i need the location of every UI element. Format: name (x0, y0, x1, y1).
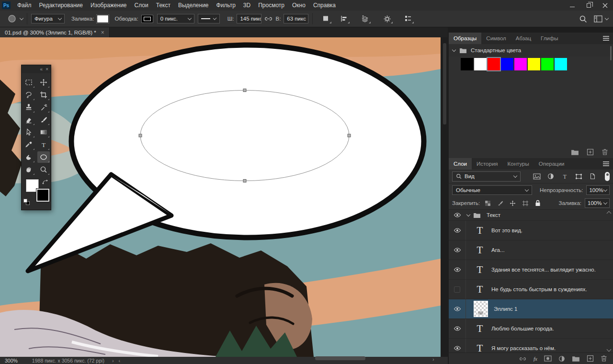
workspace-switcher[interactable] (594, 15, 608, 23)
tab-paragraph[interactable]: Абзац (511, 33, 536, 44)
swatch-red[interactable] (488, 58, 500, 70)
menu-edit[interactable]: Редактирование (35, 0, 87, 11)
layer-row[interactable]: T Я могу рассказать о нём. (449, 339, 613, 353)
tab-actions[interactable]: Операции (534, 158, 569, 170)
lock-artboard[interactable] (521, 199, 530, 207)
menu-layers[interactable]: Слои (131, 0, 152, 11)
tab-history[interactable]: История (472, 158, 503, 170)
anchor-bottom[interactable] (243, 180, 246, 182)
opacity-dropdown[interactable]: 100% (586, 185, 610, 195)
swatch-group-row[interactable]: Стандартные цвета (449, 44, 613, 57)
close-panel-icon[interactable]: × (45, 66, 48, 73)
tab-layers[interactable]: Слои (449, 158, 472, 170)
scroll-down-icon[interactable] (607, 347, 612, 352)
layer-row[interactable]: T Ага... (449, 240, 613, 260)
tool-zoom[interactable] (37, 164, 50, 175)
lock-transparent-pixels[interactable] (483, 199, 492, 207)
adjustment-layer-icon[interactable] (558, 355, 565, 362)
vertical-scroll-thumb[interactable] (443, 43, 446, 125)
visibility-toggle[interactable] (449, 339, 466, 353)
layer-row[interactable]: T Не будь столь быстрым в суждениях. (449, 280, 613, 299)
anchor-left[interactable] (139, 134, 142, 137)
swatch-blue[interactable] (501, 58, 513, 70)
restore-button[interactable] (580, 0, 597, 11)
collapse-panel-icon[interactable]: « (40, 66, 43, 73)
document-tab[interactable]: 01.psd @ 300% (Эллипс 1, RGB/8) * × (0, 27, 110, 37)
fill-color-swatch[interactable] (97, 15, 109, 23)
layer-group-row[interactable]: Текст (449, 210, 613, 221)
layer-row[interactable]: T Люблю большие города. (449, 319, 613, 339)
filter-type-layers[interactable]: T (559, 171, 570, 181)
stroke-color-swatch[interactable] (141, 15, 153, 23)
tool-direct-selection[interactable] (23, 126, 35, 138)
path-operations-button[interactable] (319, 13, 332, 24)
menu-file[interactable]: Файл (13, 0, 35, 11)
filter-smart-objects[interactable] (587, 171, 598, 181)
menu-filter[interactable]: Фильтр (213, 0, 239, 11)
layer-row-selected[interactable]: Эллипс 1 (449, 299, 613, 319)
layer-filter-dropdown[interactable]: Вид (452, 171, 521, 182)
anchor-right[interactable] (348, 134, 351, 137)
tool-hand[interactable] (23, 164, 35, 175)
visibility-toggle[interactable] (449, 299, 466, 318)
layer-effects-icon[interactable]: fx (534, 356, 537, 362)
tool-eraser[interactable] (23, 114, 35, 125)
anchor-top[interactable] (243, 89, 246, 92)
path-alignment-button[interactable] (338, 13, 350, 24)
close-button[interactable] (597, 0, 613, 11)
tool-preset-picker[interactable] (7, 13, 17, 24)
layer-row[interactable]: T Вот это вид. (449, 221, 613, 240)
new-group-icon[interactable] (572, 355, 580, 362)
swatch-white[interactable] (474, 58, 487, 70)
tool-move[interactable] (37, 77, 50, 88)
visibility-toggle[interactable] (449, 319, 466, 338)
link-layers-icon[interactable] (519, 356, 527, 362)
link-dimensions-button[interactable] (264, 15, 272, 22)
tool-mode-dropdown[interactable]: Фигура (31, 14, 65, 23)
zoom-level[interactable]: 300% (5, 358, 18, 364)
visibility-toggle[interactable] (449, 260, 466, 279)
tool-smudge[interactable] (23, 151, 35, 163)
tool-type[interactable]: T (37, 139, 50, 150)
layer-mask-icon[interactable] (544, 355, 552, 362)
edge-alignment-button[interactable] (402, 13, 414, 24)
canvas-vertical-scrollbar[interactable] (441, 37, 449, 357)
swatch-green[interactable] (541, 58, 554, 70)
tab-swatches[interactable]: Образцы (449, 33, 481, 44)
shape-settings-button[interactable] (381, 13, 393, 24)
tool-rectangular-marquee[interactable] (23, 77, 35, 88)
layer-row[interactable]: T Здания все теснятся... выглядит ужасно… (449, 260, 613, 280)
tool-crop[interactable] (37, 89, 50, 101)
panel-menu-icon[interactable] (603, 38, 609, 39)
swatch-magenta[interactable] (514, 58, 527, 70)
filter-shape-layers[interactable] (573, 171, 584, 181)
swap-colors-button[interactable] (42, 179, 48, 185)
swatch-black[interactable] (461, 58, 473, 70)
menu-view[interactable]: Просмотр (254, 0, 288, 11)
tool-gradient[interactable] (37, 126, 50, 138)
filter-toggle-switch[interactable] (605, 172, 610, 181)
swatch-cyan[interactable] (555, 58, 567, 70)
visibility-toggle[interactable] (449, 210, 466, 220)
visibility-toggle[interactable] (449, 240, 466, 260)
default-colors-button[interactable] (23, 199, 30, 205)
filter-pixel-layers[interactable] (532, 171, 542, 181)
menu-help[interactable]: Справка (309, 0, 340, 11)
menu-window[interactable]: Окно (288, 0, 309, 11)
chevron-down-icon[interactable] (452, 47, 456, 51)
group-expand-icon[interactable] (466, 212, 470, 216)
menu-3d[interactable]: 3D (239, 0, 254, 11)
menu-image[interactable]: Изображение (87, 0, 131, 11)
stroke-width-field[interactable]: 0 пикс. (157, 14, 194, 23)
fill-dropdown[interactable]: 100% (585, 198, 610, 208)
tool-lasso[interactable] (23, 89, 35, 101)
tool-ellipse[interactable] (37, 151, 50, 163)
tab-glyphs[interactable]: Глифы (536, 33, 563, 44)
tool-eyedropper[interactable] (23, 139, 35, 150)
lock-all[interactable] (533, 199, 542, 207)
tab-close-icon[interactable]: × (101, 29, 104, 36)
tab-paths[interactable]: Контуры (503, 158, 534, 170)
tool-brush[interactable] (37, 114, 50, 125)
stroke-type-dropdown[interactable] (198, 14, 220, 23)
shape-layer-thumbnail[interactable] (474, 301, 488, 317)
